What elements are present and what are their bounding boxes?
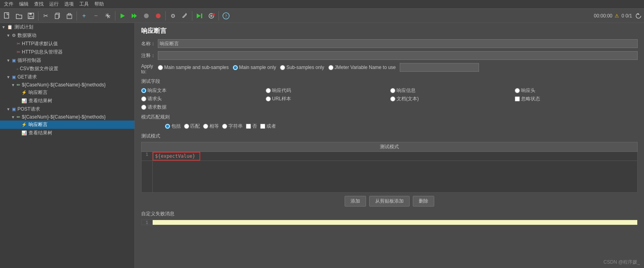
tf-doc-text[interactable]: 文档(文本) — [390, 96, 513, 102]
wrench-button[interactable] — [179, 10, 190, 21]
tree-data-driven[interactable]: ▼ ⚙ 数据驱动 — [0, 31, 134, 40]
jmeter-var-input[interactable] — [400, 63, 479, 72]
chk-ignore-status[interactable] — [515, 96, 520, 101]
tf-req-data-label: 请求数据 — [148, 104, 167, 111]
tree-loop-ctrl[interactable]: ▼ ▣ 循环控制器 — [0, 56, 134, 65]
tf-resp-text-label: 响应文本 — [148, 87, 167, 94]
radio-resp-text[interactable] — [141, 88, 146, 93]
add-button[interactable]: + — [79, 10, 90, 21]
expand-button[interactable] — [102, 10, 113, 21]
tf-resp-head[interactable]: 响应头 — [515, 87, 638, 94]
copy-button[interactable] — [52, 10, 63, 21]
tf-req-data[interactable]: 请求数据 — [141, 104, 264, 111]
help-button[interactable]: ? — [220, 10, 232, 21]
menu-options[interactable]: 选项 — [62, 0, 76, 8]
radio-match[interactable] — [184, 124, 189, 129]
tree-view-result-get[interactable]: ▶ 📊 查看结果树 — [0, 97, 134, 105]
radio-include[interactable] — [165, 124, 170, 129]
tree-view-result-post[interactable]: ▶ 📊 查看结果树 — [0, 129, 134, 137]
radio-main-sub[interactable] — [158, 65, 163, 70]
menu-find[interactable]: 查找 — [32, 0, 46, 8]
paste-button[interactable] — [64, 10, 75, 21]
pm-string[interactable]: 字符串 — [222, 123, 243, 130]
main-layout: ▼ 📋 测试计划 ▼ ⚙ 数据驱动 ▶ ✂ HTTP请求默认值 ▶ ✂ HTTP… — [0, 23, 644, 268]
tf-resp-text[interactable]: 响应文本 — [141, 87, 264, 94]
name-row: 名称： — [141, 39, 638, 48]
tree-assert-get[interactable]: ▶ ⚡ 响应断言 — [0, 88, 134, 97]
tree-csv[interactable]: ▶ ▫ CSV数据文件设置 — [0, 65, 134, 73]
delete-pattern-button[interactable]: 删除 — [413, 196, 434, 207]
fail-row-1: 1 — [142, 220, 638, 225]
apply-jmeter-var[interactable]: JMeter Variable Name to use — [328, 65, 396, 70]
settings-button[interactable]: ⚙ — [167, 10, 178, 21]
remove-button[interactable]: − — [90, 10, 102, 21]
pm-include[interactable]: 包括 — [165, 123, 181, 130]
get-case-icon: ✏ — [17, 82, 20, 88]
paste-pattern-button[interactable]: 从剪贴板添加 — [369, 196, 410, 207]
radio-resp-msg[interactable] — [390, 88, 395, 93]
name-input[interactable] — [158, 39, 638, 48]
radio-resp-code[interactable] — [266, 88, 271, 93]
stop-now-button[interactable] — [153, 10, 164, 21]
comment-input[interactable] — [158, 51, 638, 60]
menu-edit[interactable]: 编辑 — [17, 0, 31, 8]
pm-or[interactable]: 或者 — [260, 123, 276, 130]
tree-http-default[interactable]: ▶ ✂ HTTP请求默认值 — [0, 40, 134, 48]
radio-req-head[interactable] — [141, 96, 146, 101]
forward-button[interactable] — [194, 10, 205, 21]
open-button[interactable] — [13, 10, 25, 21]
run-button[interactable] — [117, 10, 128, 21]
pm-equal[interactable]: 相等 — [203, 123, 219, 130]
tree-http-header[interactable]: ▶ ✂ HTTP信息头管理器 — [0, 48, 134, 56]
fail-content[interactable] — [153, 220, 638, 225]
record-button[interactable] — [206, 10, 217, 21]
pm-match[interactable]: 匹配 — [184, 123, 200, 130]
cut-button[interactable]: ✂ — [40, 10, 51, 21]
tree-test-plan[interactable]: ▼ 📋 测试计划 — [0, 23, 134, 31]
chk-or[interactable] — [260, 124, 265, 129]
pm-include-label: 包括 — [171, 123, 181, 130]
svg-point-15 — [156, 13, 161, 18]
new-button[interactable] — [2, 10, 13, 21]
tf-resp-code[interactable]: 响应代码 — [266, 87, 389, 94]
sep1 — [38, 11, 38, 21]
tree-get-case[interactable]: ▼ ✏ ${CaseNum}-${CaseName}-${methods} — [0, 81, 134, 88]
tree-post-case[interactable]: ▼ ✏ ${CaseNum}-${CaseName}-${methods} — [0, 113, 134, 121]
radio-resp-head[interactable] — [515, 88, 520, 93]
menu-file[interactable]: 文件 — [2, 0, 16, 8]
pattern-value[interactable]: ${expectValue} — [153, 152, 200, 161]
radio-jmeter-var[interactable] — [328, 65, 334, 70]
chk-not[interactable] — [246, 124, 251, 129]
tree-post-req[interactable]: ▼ ▣ POST请求 — [0, 105, 134, 113]
menu-tools[interactable]: 工具 — [77, 0, 91, 8]
tree-assert-post[interactable]: ▶ ⚡ 响应断言 — [0, 121, 134, 129]
apply-main-only[interactable]: Main sample only — [233, 65, 276, 70]
pm-not-label: 否 — [252, 123, 257, 130]
radio-main-only[interactable] — [233, 65, 238, 70]
pm-match-label: 匹配 — [190, 123, 200, 130]
save-button[interactable] — [25, 10, 36, 21]
radio-string[interactable] — [222, 124, 227, 129]
pm-not[interactable]: 否 — [246, 123, 257, 130]
radio-sub-only[interactable] — [280, 65, 285, 70]
run-all-button[interactable] — [129, 10, 140, 21]
svg-marker-12 — [132, 13, 134, 18]
refresh-button[interactable] — [634, 12, 642, 20]
menu-help[interactable]: 帮助 — [92, 0, 106, 8]
tf-req-head[interactable]: 请求头 — [141, 96, 264, 102]
apply-main-sub[interactable]: Main sample and sub-samples — [158, 65, 229, 70]
radio-doc-text[interactable] — [390, 96, 395, 101]
menu-bar: 文件 编辑 查找 运行 选项 工具 帮助 — [0, 0, 644, 9]
apply-sub-only[interactable]: Sub-samples only — [280, 65, 324, 70]
menu-run[interactable]: 运行 — [47, 0, 61, 8]
stop-button[interactable] — [141, 10, 152, 21]
pattern-value-cell: ${expectValue} — [153, 152, 638, 161]
radio-equal[interactable] — [203, 124, 208, 129]
radio-url-sample[interactable] — [266, 96, 271, 101]
radio-req-data[interactable] — [141, 105, 146, 110]
tree-get-req[interactable]: ▼ ▣ GET请求 — [0, 73, 134, 81]
tf-ignore-status[interactable]: 忽略状态 — [515, 96, 638, 102]
add-pattern-button[interactable]: 添加 — [345, 196, 366, 207]
tf-resp-msg[interactable]: 响应信息 — [390, 87, 513, 94]
tf-url-sample[interactable]: URL样本 — [266, 96, 389, 102]
